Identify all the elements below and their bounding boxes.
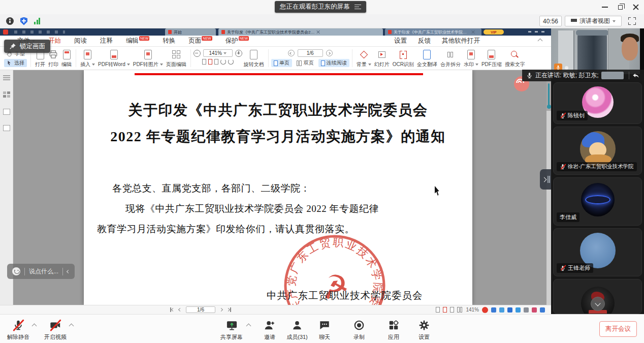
rotate-right-icon[interactable] — [228, 59, 234, 65]
emoji-icon[interactable] — [12, 267, 20, 275]
menu-protect[interactable]: 保护NEW — [226, 37, 249, 45]
continuous-mode[interactable]: 连续阅读 — [318, 59, 349, 67]
edit-button[interactable]: 编辑 — [60, 48, 73, 69]
prev-page-icon[interactable] — [288, 50, 295, 56]
close-button[interactable] — [633, 4, 639, 10]
menu-page[interactable]: 页面NEW — [188, 37, 212, 45]
compress-button[interactable]: PDF压缩 — [480, 48, 503, 69]
webcam-video-tile[interactable] — [551, 28, 644, 74]
rotate-left-icon[interactable] — [220, 59, 226, 65]
menu-annotate[interactable]: 注释 — [100, 37, 113, 45]
background-button[interactable]: 背景 — [355, 48, 373, 69]
unmute-button[interactable]: 解除静音 — [6, 319, 30, 341]
start-video-button[interactable]: 开启视频 — [43, 319, 68, 341]
security-shield-icon[interactable] — [20, 17, 27, 25]
fit-width-icon[interactable] — [208, 59, 212, 65]
page-indicator-box[interactable]: 1/6 — [298, 49, 323, 57]
prev-page-icon[interactable] — [178, 308, 182, 311]
tab-document-1[interactable]: 关于印发《中共广东工贸职业技术学院委员会2… — [218, 28, 383, 36]
slideshow-button[interactable]: 幻灯片 — [373, 48, 391, 69]
view-width-icon[interactable] — [450, 307, 454, 313]
menu-convert[interactable]: 转换 — [163, 37, 175, 45]
footer-page-box[interactable]: 1/6 — [186, 306, 215, 313]
share-options-chevron[interactable] — [246, 324, 251, 329]
restore-button[interactable] — [618, 5, 623, 10]
collapse-ribbon-icon[interactable] — [538, 39, 543, 44]
members-button[interactable]: 成员(31) — [285, 319, 309, 341]
tab-document-2[interactable]: 关于印发《中共广东工贸职业技术学院委员会2… — [385, 28, 481, 36]
chat-quick-input[interactable]: 说点什么... — [7, 264, 75, 279]
scroll-participants-down-button[interactable] — [591, 297, 605, 311]
view-fit-icon[interactable] — [443, 307, 447, 313]
actual-size-icon[interactable] — [214, 59, 218, 65]
menu-feedback[interactable]: 反馈 — [418, 37, 431, 45]
last-page-icon[interactable] — [227, 307, 231, 312]
document-page[interactable]: 关于印发《中共广东工贸职业技术学院委员会 2022 年专题纪律教育学习月活动实施… — [84, 70, 472, 305]
view-facing-icon[interactable] — [457, 307, 463, 313]
taskbar-icon[interactable] — [499, 307, 504, 313]
annotations-icon[interactable] — [3, 109, 10, 115]
zoom-level-box[interactable]: 141% — [203, 49, 233, 57]
pdf-window-controls[interactable] — [528, 31, 545, 33]
pdf-to-image-button[interactable]: PDF转图片 — [132, 48, 165, 69]
attachments-icon[interactable] — [3, 125, 10, 131]
tab-close-icon[interactable] — [472, 30, 475, 34]
merge-split-button[interactable]: 合并拆分 — [439, 48, 462, 69]
share-screen-button[interactable]: 共享屏幕 — [219, 319, 244, 341]
view-single-icon[interactable] — [436, 307, 440, 313]
minimize-button[interactable] — [602, 7, 608, 8]
rotate-doc-button[interactable]: 旋转文档 — [242, 48, 266, 69]
zoom-out-icon[interactable] — [194, 50, 201, 57]
participant-tile[interactable]: 王锋老师 — [553, 228, 642, 276]
invite-button[interactable]: 邀请 — [257, 319, 282, 341]
lock-view-tooltip[interactable]: 锁定画面 — [4, 40, 50, 53]
first-page-icon[interactable] — [170, 307, 174, 312]
insert-button[interactable]: 插入 — [79, 48, 96, 69]
app-logo-icon[interactable] — [482, 307, 488, 313]
thumbnails-icon[interactable] — [3, 91, 10, 98]
settings-button[interactable]: 设置 — [412, 319, 436, 341]
tab-home[interactable]: 开始 — [165, 28, 216, 36]
quick-access-icons[interactable] — [14, 30, 65, 34]
taskbar-icon[interactable] — [524, 307, 529, 313]
next-page-icon[interactable] — [219, 308, 223, 311]
meeting-info-icon[interactable] — [6, 17, 14, 25]
reply-arrow-icon[interactable] — [632, 72, 640, 80]
fullscreen-icon[interactable] — [628, 17, 636, 25]
menu-read[interactable]: 阅读 — [74, 37, 87, 45]
bookmarks-icon[interactable] — [3, 75, 10, 81]
taskbar-icon[interactable] — [540, 307, 545, 313]
next-page-icon[interactable] — [326, 50, 333, 56]
view-mode-button[interactable]: 演讲者视图 — [565, 16, 622, 26]
collapse-chat-icon[interactable] — [67, 269, 70, 273]
translate-button[interactable]: 全文翻译 — [415, 48, 439, 69]
video-options-chevron[interactable] — [69, 324, 74, 329]
participant-tile[interactable]: 陈锐钊 — [553, 82, 642, 124]
taskbar-icon[interactable] — [491, 307, 496, 313]
ocr-button[interactable]: OCR识别 — [391, 48, 415, 69]
taskbar-icon[interactable] — [532, 307, 537, 313]
select-tool[interactable]: 选择 — [4, 59, 27, 67]
single-page-mode[interactable]: 单页 — [271, 59, 292, 67]
participant-tile[interactable]: 李佳威 — [553, 177, 642, 226]
leave-meeting-button[interactable]: 离开会议 — [599, 321, 637, 337]
chat-button[interactable]: 聊天 — [312, 319, 337, 341]
audio-options-chevron[interactable] — [32, 324, 37, 329]
chat-placeholder[interactable]: 说点什么... — [29, 267, 58, 276]
taskbar-icon[interactable] — [516, 307, 521, 313]
participant-tile[interactable]: 徐岩-广东工贸职业技术学院 — [553, 127, 642, 175]
page-edit-button[interactable]: 页面编辑 — [165, 48, 188, 69]
banner-menu-icon[interactable] — [355, 5, 361, 9]
menu-open-with[interactable]: 其他软件打开 — [442, 37, 480, 45]
search-text-button[interactable]: 搜索文字 — [503, 48, 527, 69]
double-page-mode[interactable]: 双页 — [294, 59, 316, 67]
tab-close-icon[interactable] — [316, 30, 319, 34]
menu-settings[interactable]: 设置 — [394, 37, 407, 45]
taskbar-icon[interactable] — [507, 307, 512, 313]
panel-expand-handle[interactable] — [540, 169, 551, 190]
record-button[interactable]: 录制 — [347, 319, 371, 341]
zoom-in-icon[interactable] — [235, 50, 242, 57]
vip-badge[interactable]: VIP — [484, 29, 504, 35]
watermark-button[interactable]: 水印 — [462, 48, 480, 69]
apps-button[interactable]: 应用 — [381, 319, 406, 341]
